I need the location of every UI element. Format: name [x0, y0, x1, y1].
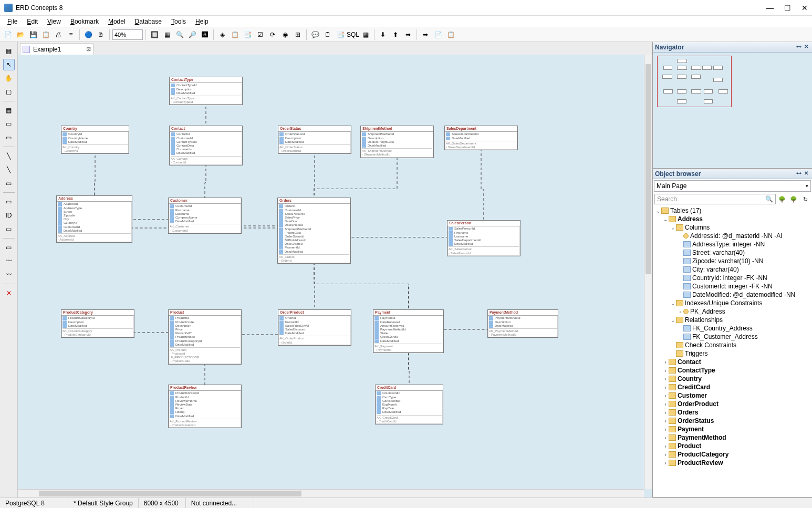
tab-close-icon[interactable]: ⊠ — [86, 46, 91, 53]
tool-button[interactable]: ✋ — [3, 72, 15, 84]
tree-twisty-icon[interactable]: › — [662, 443, 669, 449]
tree-twisty-icon[interactable]: › — [677, 309, 683, 315]
entity-paymentmethod[interactable]: PaymentMethodPaymentMethodIdDescriptionD… — [487, 309, 558, 338]
toolbar-button[interactable]: ≡ — [65, 29, 77, 40]
menu-database[interactable]: Database — [131, 17, 166, 26]
scroll-thumb[interactable] — [646, 64, 651, 274]
toolbar-button[interactable]: 📋 — [40, 29, 51, 40]
tool-button[interactable]: ✕ — [3, 287, 15, 299]
tree-node[interactable]: Zipcode: varchar(10) -NN — [655, 257, 812, 265]
tree-node[interactable]: AddressId: @d_masterid -NN -AI — [655, 232, 812, 240]
menu-bookmark[interactable]: Bookmark — [66, 17, 103, 26]
toolbar-button[interactable]: ⊞ — [292, 29, 304, 40]
tool-button[interactable]: ▭ — [3, 132, 15, 143]
tree-node[interactable]: CountryId: integer -FK -NN — [655, 274, 812, 282]
tree-node[interactable]: Street: varchar(40) — [655, 248, 812, 257]
tree-node[interactable]: ›PK_Address — [655, 307, 812, 316]
search-input[interactable]: Search 🔍 — [654, 194, 776, 204]
tree-tool-icon[interactable]: 🌳 — [788, 194, 799, 204]
entity-orderstatus[interactable]: OrderStatusOrderStatusIdDescriptionDateM… — [278, 126, 351, 154]
toolbar-button[interactable]: 📄 — [432, 29, 444, 40]
panel-close-icon[interactable]: ✕ — [803, 44, 810, 51]
tree-twisty-icon[interactable]: ⌄ — [670, 300, 676, 306]
tree-twisty-icon[interactable]: › — [662, 359, 669, 365]
toolbar-button[interactable]: 🅰 — [199, 29, 211, 40]
horizontal-scrollbar[interactable] — [18, 489, 644, 497]
tree-node[interactable]: ›ContactType — [655, 366, 812, 375]
tree-twisty-icon[interactable]: › — [662, 368, 669, 374]
toolbar-button[interactable]: 🔲 — [149, 29, 160, 40]
tree-node[interactable]: ›Customer — [655, 391, 812, 400]
entity-salesdepartment[interactable]: SalesDepartmentSalesDepartmentIdDateModi… — [444, 126, 518, 150]
entity-address[interactable]: AddressAddressIdAddressTypeStreetZipcode… — [56, 195, 132, 243]
tree-node[interactable]: ›OrderStatus — [655, 417, 812, 425]
menu-view[interactable]: View — [43, 17, 65, 26]
toolbar-button[interactable]: ▦ — [360, 29, 371, 40]
search-icon[interactable]: 🔍 — [765, 195, 773, 203]
entity-orders[interactable]: OrdersOrderIdCustomerIdSalesPersonIdSale… — [277, 198, 351, 264]
tool-button[interactable]: ▭ — [3, 118, 15, 130]
panel-close-icon[interactable]: ✕ — [803, 170, 810, 178]
tree-node[interactable]: City: varchar(40) — [655, 265, 812, 274]
tree-twisty-icon[interactable]: › — [662, 452, 669, 458]
tool-button[interactable]: 〰 — [3, 269, 15, 281]
tree-node[interactable]: AddressType: integer -NN — [655, 240, 812, 248]
erd-canvas[interactable]: ContactTypeContactTypeIdDescriptionDateM… — [18, 55, 644, 489]
tree-node[interactable]: ›PaymentMethod — [655, 433, 812, 442]
toolbar-button[interactable]: SQL — [347, 29, 359, 40]
navigator-body[interactable] — [653, 53, 812, 168]
refresh-icon[interactable]: ↻ — [800, 194, 810, 204]
toolbar-button[interactable]: ⟳ — [267, 29, 278, 40]
object-tree[interactable]: ⌄Tables (17)⌄Address⌄ColumnsAddressId: @… — [653, 205, 812, 497]
tool-button[interactable]: ▦ — [3, 105, 15, 116]
menu-model[interactable]: Model — [104, 17, 130, 26]
toolbar-button[interactable]: ⬆ — [390, 29, 401, 40]
tree-twisty-icon[interactable]: ⌄ — [655, 208, 661, 214]
entity-orderproduct[interactable]: OrderProductOrderIdProductIdSalesPriceEx… — [278, 309, 351, 346]
toolbar-button[interactable]: 📂 — [15, 29, 26, 40]
tree-node[interactable]: FK_Country_Address — [655, 324, 812, 333]
menu-file[interactable]: File — [3, 17, 22, 26]
tool-button[interactable]: 〰 — [3, 255, 15, 267]
toolbar-button[interactable]: 🖨 — [53, 29, 64, 40]
tree-node[interactable]: Check Constraints — [655, 341, 812, 349]
tool-button[interactable]: ▦ — [3, 45, 15, 57]
tree-node[interactable]: Triggers — [655, 349, 812, 358]
tree-node[interactable]: ›OrderProduct — [655, 400, 812, 408]
entity-contact[interactable]: ContactContactIdCustomerIdContactTypeIdC… — [169, 126, 243, 165]
diagram-tab[interactable]: Example1 ⊠ — [20, 43, 93, 55]
maximize-button[interactable]: ☐ — [784, 4, 791, 12]
panel-pin-icon[interactable]: ⊷ — [795, 170, 803, 178]
entity-salesperson[interactable]: SalesPersonSalesPersonIdFirstnameLastnam… — [447, 220, 520, 256]
tree-twisty-icon[interactable]: › — [662, 376, 669, 382]
toolbar-button[interactable]: 🔵 — [82, 29, 94, 40]
tool-button[interactable]: ▢ — [3, 86, 15, 98]
entity-country[interactable]: CountryCountryIdCountryNameDateModifiedA… — [61, 126, 129, 154]
toolbar-button[interactable]: ☑ — [254, 29, 266, 40]
entity-creditcard[interactable]: CreditCardCreditCardIdCardTypeCardNumber… — [375, 385, 443, 424]
close-button[interactable]: ✕ — [801, 4, 808, 12]
tool-button[interactable]: ↖ — [3, 59, 15, 70]
tree-twisty-icon[interactable]: › — [662, 410, 669, 416]
tree-node[interactable]: ⌄Indexes/Unique Constraints — [655, 299, 812, 307]
tool-button[interactable]: ▭ — [3, 223, 15, 235]
tree-node[interactable]: ⌄Tables (17) — [655, 206, 812, 215]
toolbar-button[interactable]: 📑 — [335, 29, 346, 40]
tree-tool-icon[interactable]: 🌳 — [777, 194, 787, 204]
toolbar-button[interactable]: 💬 — [309, 29, 321, 40]
tree-node[interactable]: ›ProductCategory — [655, 450, 812, 459]
tree-twisty-icon[interactable]: › — [662, 418, 669, 424]
tool-button[interactable]: ▭ — [3, 178, 15, 189]
toolbar-button[interactable]: 🔎 — [186, 29, 198, 40]
menu-edit[interactable]: Edit — [23, 17, 42, 26]
tool-button[interactable]: ╲ — [3, 150, 15, 162]
tree-twisty-icon[interactable]: › — [662, 385, 669, 390]
toolbar-button[interactable]: ◈ — [216, 29, 228, 40]
tree-node[interactable]: ›Country — [655, 375, 812, 383]
tree-node[interactable]: ⌄Address — [655, 215, 812, 223]
entity-customer[interactable]: CustomerCustomerIdFirstnameLastnameCompa… — [168, 198, 242, 234]
toolbar-button[interactable]: ▦ — [161, 29, 173, 40]
tree-node[interactable]: ›Contact — [655, 358, 812, 366]
toolbar-button[interactable]: 📋 — [445, 29, 456, 40]
toolbar-button[interactable]: 📄 — [2, 29, 14, 40]
